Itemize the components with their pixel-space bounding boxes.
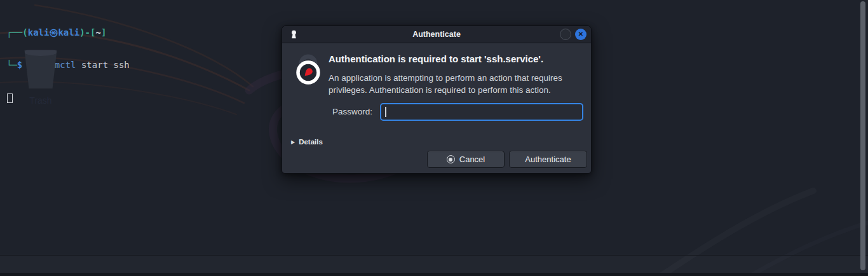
cancel-button[interactable]: Cancel [427,151,505,168]
prompt-path: ~ [95,27,100,38]
command-arguments: start ssh [81,60,130,70]
stop-circle-icon [447,155,455,163]
cancel-button-label: Cancel [459,155,485,164]
authenticate-button-label: Authenticate [525,155,571,164]
terminal-cursor [7,93,13,103]
dialog-heading: Authentication is required to start 'ssh… [329,53,586,64]
bottom-edge [0,273,868,276]
details-label: Details [299,138,323,146]
trash-icon [22,48,59,90]
bottom-band [0,256,868,273]
authenticate-button[interactable]: Authenticate [509,151,587,168]
authenticate-dialog: Authenticate ✕ Authentication is require… [281,25,592,174]
window-buttons: ✕ [560,29,587,40]
details-expander[interactable]: ▶ Details [291,138,323,146]
dialog-title: Authenticate [412,30,461,39]
terminal-scrollbar[interactable] [858,0,868,272]
trash-desktop-item[interactable]: Trash [16,48,65,106]
triangle-right-icon: ▶ [291,139,295,145]
scrollbar-thumb[interactable] [860,1,865,270]
desktop: ┌──(kali㉿kali)-[~] └─$systemctlstart ssh… [0,0,868,276]
dialog-message: An application is attempting to perform … [329,72,590,96]
trash-icon-rim [24,48,57,56]
keyhole-icon [290,30,297,39]
prompt-user-host: kali㉿kali [28,27,79,38]
password-input[interactable] [380,103,583,121]
close-button[interactable]: ✕ [575,29,587,40]
padlock-icon [293,54,323,86]
prompt-frame-open: ┌──( [6,27,28,38]
text-caret [385,107,386,117]
dialog-titlebar[interactable]: Authenticate ✕ [282,26,591,43]
prompt-frame-close: ] [101,27,106,38]
prompt-frame-mid: )-[ [79,27,95,38]
maximize-button[interactable] [560,29,571,40]
password-field-wrap [380,103,583,121]
close-icon: ✕ [578,31,583,38]
password-label: Password: [282,107,372,116]
terminal-prompt-line1: ┌──(kali㉿kali)-[~] [6,27,130,38]
trash-label: Trash [16,95,65,106]
